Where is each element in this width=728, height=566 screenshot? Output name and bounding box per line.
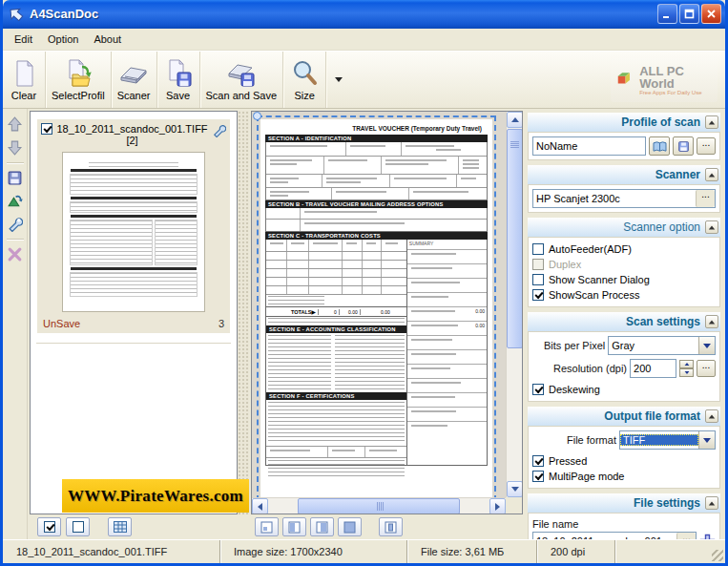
view-mode-buttons — [249, 514, 523, 539]
move-down-button arrow-down-icon[interactable] — [7, 139, 23, 156]
thumbnail-wrench-icon[interactable] — [212, 123, 226, 137]
deskewing-label: Deskewing — [549, 384, 600, 395]
collapse-icon — [709, 414, 715, 418]
save-page-button floppy-icon[interactable] — [7, 170, 23, 186]
size-button[interactable]: Size — [283, 52, 326, 108]
profile-collapse-button[interactable] — [705, 115, 718, 129]
fit-width-icon — [288, 521, 301, 534]
file-settings-title: File settings — [634, 496, 700, 510]
resolution-more-button[interactable]: ... — [697, 360, 716, 377]
thumbnail-status: UnSave — [43, 318, 218, 329]
scrollbar-corner — [506, 497, 522, 514]
check-all-button[interactable] — [37, 517, 61, 536]
scanner-collapse-button[interactable] — [705, 168, 718, 181]
thumbnail-item[interactable]: 18_10_2011_scandoc_001.TIFF[2] — [37, 119, 230, 333]
menu-edit[interactable]: Edit — [7, 31, 40, 48]
resolution-input[interactable] — [631, 363, 676, 374]
scaner-button[interactable]: Scaner — [112, 52, 157, 108]
scan-settings-group: Bits per Pixel Gray Resolution (dpi) ... — [528, 331, 720, 402]
scroll-left-button[interactable] — [252, 498, 268, 514]
clear-button[interactable]: Clear — [3, 52, 46, 108]
side-toolbar — [3, 109, 28, 539]
scan-and-save-button[interactable]: Scan and Save — [200, 52, 284, 108]
fit-page-icon — [260, 521, 273, 534]
scanner-device-input[interactable] — [533, 193, 696, 204]
uncheck-all-button[interactable] — [66, 517, 90, 536]
settings-button wrench-icon[interactable] — [7, 216, 23, 232]
preview-hscrollbar-thumb[interactable] — [298, 498, 460, 514]
resize-grip[interactable] — [712, 550, 723, 561]
pressed-checkbox[interactable] — [532, 455, 544, 467]
grid-icon — [114, 521, 127, 533]
spin-down-button[interactable] — [679, 368, 694, 377]
scanner-option-collapse-button[interactable] — [705, 220, 718, 234]
selection-handle[interactable] — [253, 112, 261, 120]
full-page-button[interactable] — [338, 517, 362, 536]
deskew-button deskew-icon[interactable] — [7, 193, 23, 209]
grid-view-button[interactable] — [108, 517, 132, 536]
delete-button delete-x-icon[interactable] — [7, 246, 23, 262]
scroll-up-button[interactable] — [507, 112, 523, 128]
profile-list-button[interactable] — [649, 136, 670, 156]
watermark: WWW.PirateWares.com — [62, 479, 249, 513]
fit-width-button[interactable] — [282, 517, 306, 536]
move-up-button arrow-up-icon[interactable] — [7, 116, 23, 133]
settings-panel: Profile of scan — [523, 109, 725, 539]
bits-per-pixel-select[interactable]: Gray — [608, 336, 716, 355]
file-format-label: File format — [567, 434, 616, 446]
profile-group-header: Profile of scan — [528, 113, 720, 132]
close-button[interactable] — [701, 4, 721, 24]
arrow-up-icon — [511, 117, 519, 122]
profile-group: ... — [528, 132, 720, 160]
file-format-select[interactable]: TIFF — [619, 430, 716, 450]
scroll-right-button[interactable] — [489, 498, 506, 514]
file-name-label: File name — [532, 517, 716, 532]
collapse-icon — [709, 501, 715, 505]
fit-page-button[interactable] — [255, 517, 279, 536]
scan-settings-collapse-button[interactable] — [705, 315, 718, 328]
deskewing-checkbox[interactable] — [532, 384, 544, 395]
divider — [7, 162, 24, 163]
magnifier-icon — [289, 59, 320, 88]
totals-value-2: 0.00 — [360, 309, 392, 315]
autofeeder-checkbox[interactable] — [532, 243, 544, 255]
output-group: File format TIFF Pressed MultiPage mode — [528, 426, 720, 489]
fit-height-button[interactable] — [310, 517, 334, 536]
spin-up-button[interactable] — [679, 360, 694, 368]
scroll-down-button[interactable] — [507, 481, 523, 497]
multipage-checkbox[interactable] — [532, 471, 544, 482]
profile-save-button[interactable] — [673, 136, 694, 156]
scanner-option-title: Scanner option — [623, 220, 700, 234]
profile-name-input[interactable] — [533, 140, 645, 152]
size-dropdown-button[interactable] — [326, 52, 351, 108]
collapse-icon — [709, 225, 715, 229]
file-settings-group-header: File settings — [528, 493, 720, 513]
showscan-process-checkbox[interactable] — [532, 289, 544, 301]
menu-option[interactable]: Option — [40, 31, 86, 48]
thumbnail-scrollbar[interactable] — [238, 111, 249, 514]
profile-more-button[interactable]: ... — [697, 137, 716, 155]
minimize-button[interactable] — [657, 4, 677, 24]
preview-hscrollbar-track[interactable] — [252, 497, 506, 514]
thumbnail-checkbox[interactable] — [41, 123, 52, 135]
bits-per-pixel-value: Gray — [609, 340, 698, 351]
status-filler — [615, 540, 725, 563]
scanner-more-button[interactable]: ... — [696, 190, 715, 207]
maximize-button[interactable] — [679, 4, 699, 24]
output-collapse-button[interactable] — [705, 409, 718, 423]
save-button[interactable]: Save — [157, 52, 200, 108]
section-a-header: SECTION A - IDENTIFICATION — [265, 135, 488, 142]
menu-about[interactable]: About — [86, 31, 129, 48]
thumbnail-column: 18_10_2011_scandoc_001.TIFF[2] — [28, 109, 249, 539]
preview-vscrollbar-thumb[interactable] — [507, 129, 523, 348]
status-bar: 18_10_2011_scandoc_001.TIFF Image size: … — [3, 539, 725, 563]
show-scanner-dialog-checkbox[interactable] — [532, 274, 544, 285]
divider — [7, 239, 24, 240]
resolution-spinner[interactable] — [679, 360, 694, 377]
select-profil-button[interactable]: SelectProfil — [46, 52, 112, 108]
allpcworld-logo: ALL PC World Free Apps For Daily Use — [611, 58, 718, 102]
file-settings-collapse-button[interactable] — [705, 496, 718, 510]
file-name-more-button[interactable]: ... — [676, 533, 696, 539]
preview-vscrollbar-track[interactable] — [506, 112, 522, 497]
single-page-button[interactable] — [379, 517, 403, 536]
